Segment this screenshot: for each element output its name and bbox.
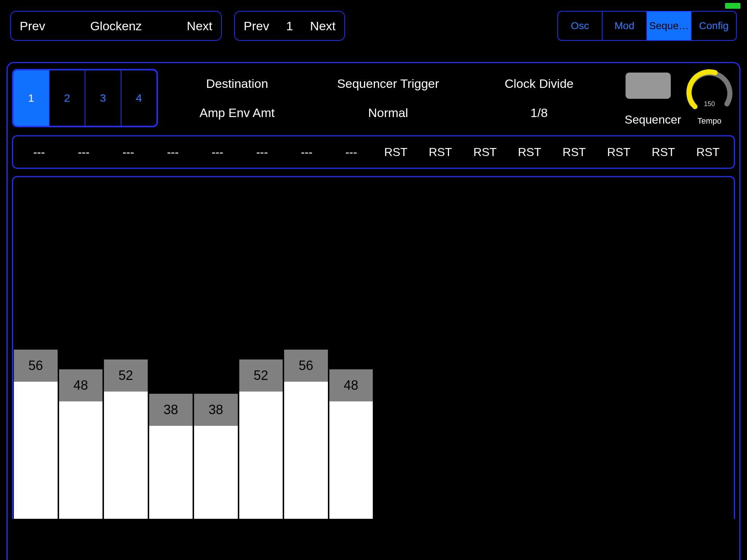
tempo-knob[interactable]: 150 Tempo bbox=[684, 69, 735, 127]
destination-value[interactable]: Amp Env Amt bbox=[200, 106, 275, 120]
step-mode-8[interactable]: --- bbox=[329, 145, 374, 159]
page-nav: Prev 1 Next bbox=[234, 11, 345, 41]
step-mode-13[interactable]: RST bbox=[552, 145, 596, 159]
sequencer-controls-row: 1234 Destination Sequencer Trigger Clock… bbox=[12, 69, 735, 127]
step-value-chart[interactable]: 5648523838525648 bbox=[12, 176, 735, 519]
step-bar-2[interactable]: 48 bbox=[59, 177, 103, 519]
tab-mod[interactable]: Mod bbox=[603, 12, 647, 40]
page-prev-button[interactable]: Prev bbox=[244, 19, 269, 33]
step-bar-14[interactable] bbox=[600, 177, 643, 519]
step-mode-11[interactable]: RST bbox=[463, 145, 507, 159]
step-bar-value: 52 bbox=[239, 359, 283, 392]
step-bar-value: 38 bbox=[194, 394, 238, 426]
tempo-label: Tempo bbox=[684, 116, 735, 126]
tab-seque[interactable]: Seque… bbox=[647, 12, 692, 40]
step-bar-7[interactable]: 56 bbox=[284, 177, 328, 519]
step-bar-15[interactable] bbox=[645, 177, 688, 519]
clock-divide-value[interactable]: 1/8 bbox=[530, 106, 547, 120]
step-bar-3[interactable]: 52 bbox=[104, 177, 148, 519]
step-bar-value: 52 bbox=[104, 359, 148, 392]
step-mode-3[interactable]: --- bbox=[106, 145, 151, 159]
step-bar-value: 56 bbox=[284, 350, 328, 382]
page-number[interactable]: 1 bbox=[269, 19, 310, 33]
step-bar-12[interactable] bbox=[510, 177, 553, 519]
sequencer-select-1[interactable]: 1 bbox=[13, 70, 50, 126]
step-bar-5[interactable]: 38 bbox=[194, 177, 238, 519]
page-next-button[interactable]: Next bbox=[310, 19, 336, 33]
sequencer-toggle-label: Sequencer bbox=[618, 113, 688, 127]
step-mode-2[interactable]: --- bbox=[61, 145, 106, 159]
destination-label: Destination bbox=[206, 77, 268, 91]
step-mode-12[interactable]: RST bbox=[507, 145, 552, 159]
section-tabs: OscModSeque…Config bbox=[557, 11, 737, 41]
step-bar-value: 48 bbox=[329, 369, 373, 401]
step-bar-value: 56 bbox=[14, 350, 58, 382]
trigger-value[interactable]: Normal bbox=[368, 106, 408, 120]
tab-config[interactable]: Config bbox=[692, 12, 736, 40]
step-mode-1[interactable]: --- bbox=[17, 145, 61, 159]
sequencer-select-3[interactable]: 3 bbox=[85, 70, 121, 126]
step-bar-4[interactable]: 38 bbox=[149, 177, 193, 519]
sequencer-select-2[interactable]: 2 bbox=[50, 70, 86, 126]
sequencer-select: 1234 bbox=[12, 69, 158, 127]
step-bar-8[interactable]: 48 bbox=[329, 177, 373, 519]
step-bar-9[interactable] bbox=[374, 177, 418, 519]
step-mode-5[interactable]: --- bbox=[195, 145, 240, 159]
step-bar-6[interactable]: 52 bbox=[239, 177, 283, 519]
patch-name[interactable]: Glockenz bbox=[45, 19, 187, 33]
step-mode-16[interactable]: RST bbox=[686, 145, 730, 159]
step-bar-16[interactable] bbox=[690, 177, 734, 519]
step-mode-15[interactable]: RST bbox=[641, 145, 686, 159]
step-bar-13[interactable] bbox=[554, 177, 598, 519]
step-mode-10[interactable]: RST bbox=[418, 145, 462, 159]
step-mode-4[interactable]: --- bbox=[151, 145, 195, 159]
sequencer-params: Destination Sequencer Trigger Clock Divi… bbox=[158, 69, 618, 127]
step-bar-11[interactable] bbox=[464, 177, 508, 519]
step-mode-row: ------------------------RSTRSTRSTRSTRSTR… bbox=[12, 135, 735, 169]
step-bar-value: 38 bbox=[149, 394, 193, 426]
sequencer-toggle-button[interactable] bbox=[626, 73, 671, 99]
step-bar-1[interactable]: 56 bbox=[14, 177, 58, 519]
patch-nav: Prev Glockenz Next bbox=[10, 11, 222, 41]
midi-status-light bbox=[725, 3, 740, 9]
clock-divide-label: Clock Divide bbox=[505, 77, 574, 91]
tab-osc[interactable]: Osc bbox=[558, 12, 603, 40]
step-mode-14[interactable]: RST bbox=[596, 145, 641, 159]
sequencer-panel: 1234 Destination Sequencer Trigger Clock… bbox=[7, 62, 740, 560]
step-bar-value: 48 bbox=[59, 369, 103, 401]
step-mode-7[interactable]: --- bbox=[285, 145, 329, 159]
tempo-block: Sequencer 150 Tempo bbox=[618, 69, 735, 127]
trigger-label: Sequencer Trigger bbox=[337, 77, 439, 91]
step-bar-10[interactable] bbox=[419, 177, 463, 519]
patch-next-button[interactable]: Next bbox=[187, 19, 212, 33]
top-bar: Prev Glockenz Next Prev 1 Next OscModSeq… bbox=[10, 11, 737, 41]
tempo-value: 150 bbox=[684, 100, 735, 108]
sequencer-select-4[interactable]: 4 bbox=[121, 70, 157, 126]
patch-prev-button[interactable]: Prev bbox=[20, 19, 45, 33]
step-mode-9[interactable]: RST bbox=[374, 145, 418, 159]
step-mode-6[interactable]: --- bbox=[240, 145, 284, 159]
